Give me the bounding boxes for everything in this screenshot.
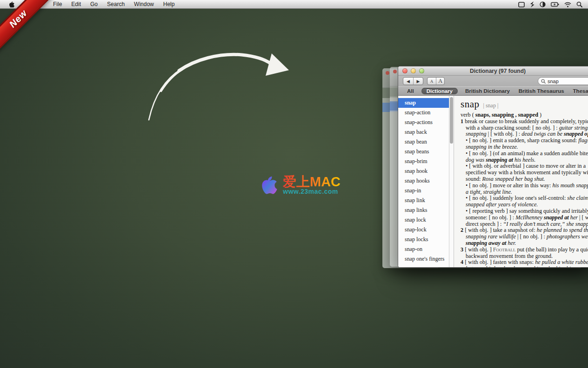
results-sidebar: snapsnap-actionsnap-actionssnap backsnap… — [398, 96, 449, 267]
menu-help[interactable]: Help — [159, 0, 180, 9]
ghost-close-icon — [386, 71, 389, 75]
list-item[interactable]: snap link — [398, 196, 449, 205]
menu-status-icons — [518, 0, 582, 9]
headword: snap — [461, 99, 480, 110]
menu-bar: FileEditGoSearchWindowHelp — [0, 0, 588, 9]
definition-line: dog was snapping at his heels. — [461, 157, 588, 164]
list-item[interactable]: snap-brim — [398, 157, 449, 166]
battery-icon[interactable] — [551, 2, 559, 7]
tab-all[interactable]: All — [406, 88, 415, 94]
menu-search[interactable]: Search — [102, 0, 129, 9]
definition-line: with a sharp cracking sound: [ no obj. ]… — [461, 125, 588, 131]
window-toolbar: ◀ ▶ A A — [398, 76, 588, 86]
definition-line: direct speech ] : “I really don’t much c… — [461, 221, 588, 228]
list-item[interactable]: snap back — [398, 127, 449, 137]
ghost-close-icon — [393, 70, 397, 73]
search-field[interactable] — [538, 77, 588, 85]
definition-line: 1 break or cause to break suddenly and c… — [461, 118, 588, 125]
pronunciation: | snap | — [483, 102, 499, 109]
definition-text: verb ( snaps, snapping , snapped )1 brea… — [461, 112, 588, 267]
list-item[interactable]: snap locks — [398, 235, 449, 244]
definition-line: a tight, straight line. — [461, 189, 588, 196]
definition-line: • [ no obj. ] suddenly lose one's self-c… — [461, 195, 588, 202]
definition-line: • [ reporting verb ] say something quick… — [461, 208, 588, 215]
forward-button[interactable]: ▶ — [413, 78, 423, 85]
list-item[interactable]: snap-in — [398, 186, 449, 196]
tab-british-thesaurus[interactable]: British Thesaurus — [517, 88, 566, 94]
font-size-buttons: A A — [427, 77, 445, 85]
watermark-url: www.23mac.com — [283, 188, 341, 195]
window-mode-icon[interactable] — [518, 2, 525, 7]
definition-line: • [ no obj. ] move or alter in this way:… — [461, 183, 588, 189]
contrast-icon[interactable] — [540, 1, 546, 7]
close-button[interactable] — [402, 68, 408, 73]
list-item[interactable]: snap hooks — [398, 176, 449, 186]
list-item[interactable]: snap-lock — [398, 225, 449, 235]
font-smaller-button[interactable]: A — [428, 78, 436, 85]
window-titlebar[interactable]: Dictionary (97 found) — [398, 66, 588, 76]
definition-line: someone: [ no obj. ] : McIlhenney snappe… — [461, 215, 588, 221]
list-item[interactable]: snap links — [398, 205, 449, 215]
dictionary-window: Dictionary (97 found) ◀ ▶ A A AllDiction… — [398, 66, 588, 268]
menu-items: FileEditGoSearchWindowHelp — [48, 0, 179, 9]
definition-line: verb ( snaps, snapping , snapped ) — [461, 112, 588, 118]
window-content: snapsnap-actionsnap-actionssnap backsnap… — [398, 96, 588, 267]
sidebar-scrollbar[interactable] — [449, 96, 454, 267]
definition-pane: snap | snap | verb ( snaps, snapping , s… — [454, 96, 588, 267]
definition-line: backward movement from the ground. — [461, 253, 588, 260]
list-item[interactable]: snap hook — [398, 166, 449, 176]
tab-thesaurus[interactable]: Thesaurus — [572, 88, 588, 94]
watermark-title: 爱上MAC — [283, 175, 341, 189]
font-larger-button[interactable]: A — [436, 78, 444, 85]
definition-line: • [ with obj. or adverbial ] cause to mo… — [461, 163, 588, 170]
wifi-icon[interactable] — [564, 2, 571, 7]
dictionary-tabs: AllDictionaryBritish DictionaryBritish T… — [398, 86, 588, 96]
definition-line: hat over his head and snapped it under h… — [461, 266, 588, 267]
list-item[interactable]: snap-action — [398, 108, 449, 118]
list-item[interactable]: snap beans — [398, 147, 449, 157]
definition-line: snapped after years of violence. — [461, 202, 588, 208]
list-item[interactable]: snap lock — [398, 215, 449, 225]
menu-edit[interactable]: Edit — [67, 0, 86, 9]
list-item[interactable]: snap-actions — [398, 118, 449, 127]
definition-line: sound: Rosa snapped her bag shut. — [461, 176, 588, 183]
definition-line: snapping away at her. — [461, 240, 588, 247]
minimize-button[interactable] — [411, 68, 416, 73]
bolt-icon[interactable] — [530, 1, 535, 7]
watermark: 爱上MAC www.23mac.com — [260, 175, 341, 196]
window-title: Dictionary (97 found) — [470, 68, 526, 74]
list-item[interactable]: snap bean — [398, 137, 449, 147]
definition-line: 2 [ with obj. ] take a snapshot of: he p… — [461, 227, 588, 234]
definition-line: snapping | [ with obj. ] : dead twigs ca… — [461, 131, 588, 138]
zoom-button[interactable] — [419, 68, 424, 73]
definition-line: snapping rare wildlife | [ no obj. ] : p… — [461, 234, 588, 240]
menu-go[interactable]: Go — [86, 0, 102, 9]
search-icon — [541, 77, 546, 85]
nav-buttons: ◀ ▶ — [403, 77, 423, 85]
definition-line: 3 [ with obj. ] Football put (the ball) … — [461, 247, 588, 253]
arrow-annotation — [0, 0, 326, 149]
definition-line: • [ no obj. ] (of an animal) make a sudd… — [461, 151, 588, 157]
spotlight-search-icon[interactable] — [576, 1, 582, 7]
watermark-apple-icon — [260, 175, 278, 196]
list-item[interactable]: snap one's fingers — [398, 254, 449, 264]
definition-line: • [ no obj. ] emit a sudden, sharp crack… — [461, 138, 588, 144]
back-button[interactable]: ◀ — [403, 78, 413, 85]
list-item[interactable]: snap — [398, 98, 449, 108]
definition-line: 4 [ with obj. ] fasten with snaps: he pu… — [461, 259, 588, 266]
definition-line: snapping in the breeze. — [461, 144, 588, 151]
menu-window[interactable]: Window — [129, 0, 159, 9]
definition-line: specified way with a brisk movement and … — [461, 170, 588, 176]
list-item[interactable]: snap-on — [398, 244, 449, 254]
menu-file[interactable]: File — [48, 0, 67, 9]
tab-british-dictionary[interactable]: British Dictionary — [464, 88, 511, 94]
tab-dictionary[interactable]: Dictionary — [421, 88, 458, 94]
search-input[interactable] — [548, 79, 588, 84]
scrollbar-thumb[interactable] — [450, 97, 453, 144]
apple-menu-icon[interactable] — [8, 1, 15, 8]
